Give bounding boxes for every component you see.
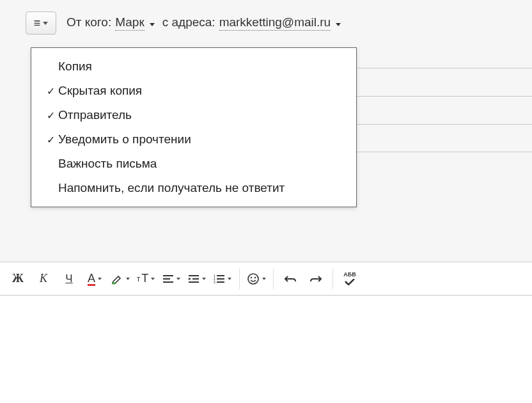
hamburger-icon: ≡ [34, 17, 41, 29]
svg-text:3: 3 [214, 280, 215, 283]
svg-point-12 [248, 274, 258, 284]
caret-down-icon [43, 22, 48, 25]
sender-name-dropdown[interactable]: Марк [115, 15, 145, 31]
separator [273, 269, 274, 289]
caret-down-icon [176, 278, 180, 280]
menu-item-label: Уведомить о прочтении [58, 132, 345, 146]
check-icon [344, 279, 356, 285]
menu-item-sender[interactable]: ✓ Отправитель [31, 103, 356, 127]
menu-item-label: Важность письма [58, 157, 345, 171]
caret-down-icon [151, 278, 155, 280]
menu-item-copy[interactable]: Копия [31, 54, 356, 79]
from-label: От кого: [66, 15, 111, 29]
undo-icon [284, 274, 297, 283]
address-label: с адреса: [162, 15, 215, 29]
list-icon: 1 2 3 [214, 274, 225, 283]
format-toolbar: Ж К Ч А т Т 1 [0, 262, 532, 296]
text-color-button[interactable]: А [82, 266, 107, 292]
caret-down-icon [202, 278, 206, 280]
menu-item-label: Отправитель [58, 108, 345, 122]
align-button[interactable] [159, 266, 184, 292]
redo-button[interactable] [303, 266, 329, 292]
svg-point-14 [254, 276, 256, 278]
font-small-icon: т [137, 274, 141, 283]
caret-down-icon [262, 278, 266, 280]
emoji-button[interactable] [244, 266, 269, 292]
underline-icon: Ч [65, 273, 72, 285]
from-line: От кого: Марк с адреса: markketting@mail… [66, 15, 345, 31]
separator [239, 269, 240, 289]
highlight-icon [111, 273, 123, 285]
smile-icon [247, 273, 260, 285]
indent-icon [188, 274, 199, 283]
caret-down-icon [228, 278, 231, 280]
check-icon: ✓ [43, 134, 58, 146]
bold-button[interactable]: Ж [5, 266, 31, 292]
menu-item-label: Напомнить, если получатель не ответит [58, 181, 345, 195]
underline-button[interactable]: Ч [56, 266, 82, 292]
sender-email-dropdown[interactable]: markketting@mail.ru [219, 15, 331, 31]
svg-point-13 [251, 276, 252, 278]
caret-down-icon [98, 278, 102, 280]
indent-button[interactable] [184, 266, 210, 292]
caret-down-icon [336, 23, 341, 26]
caret-down-icon [126, 278, 130, 280]
menu-item-bcc[interactable]: ✓ Скрытая копия [31, 79, 356, 103]
highlight-button[interactable] [107, 266, 133, 292]
top-row: ≡ От кого: Марк с адреса: markketting@ma… [26, 12, 532, 35]
text-color-icon: А [88, 272, 95, 285]
menu-item-label: Копия [58, 59, 345, 74]
list-button[interactable]: 1 2 3 [210, 266, 235, 292]
font-size-button[interactable]: т Т [133, 266, 159, 292]
check-icon: ✓ [43, 85, 58, 97]
italic-button[interactable]: К [31, 266, 56, 292]
message-body[interactable] [0, 296, 532, 398]
spellcheck-label: АБВ [343, 272, 356, 278]
font-big-icon: Т [141, 272, 148, 285]
separator [332, 269, 333, 289]
align-icon [162, 274, 174, 283]
spellcheck-button[interactable]: АБВ [337, 266, 363, 292]
redo-icon [309, 274, 322, 283]
compose-header-area: ≡ От кого: Марк с адреса: markketting@ma… [0, 0, 532, 262]
undo-button[interactable] [278, 266, 303, 292]
menu-item-read-receipt[interactable]: ✓ Уведомить о прочтении [31, 127, 356, 152]
options-menu-button[interactable]: ≡ [26, 12, 56, 35]
menu-item-remind[interactable]: Напомнить, если получатель не ответит [31, 176, 356, 200]
menu-item-importance[interactable]: Важность письма [31, 152, 356, 176]
check-icon: ✓ [43, 109, 58, 122]
caret-down-icon [150, 23, 155, 26]
menu-item-label: Скрытая копия [58, 84, 345, 98]
options-dropdown: Копия ✓ Скрытая копия ✓ Отправитель ✓ Ув… [31, 47, 357, 207]
